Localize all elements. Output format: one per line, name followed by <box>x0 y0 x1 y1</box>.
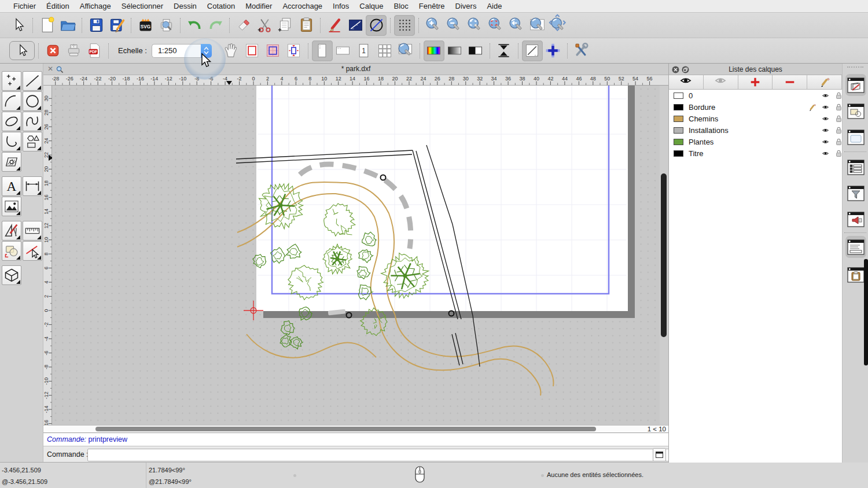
layer-visibility-eye-icon[interactable] <box>821 150 830 160</box>
tool-line[interactable] <box>23 71 42 91</box>
zoom-out-button[interactable] <box>443 15 464 36</box>
snap-grid-button[interactable] <box>394 15 415 36</box>
undo-button[interactable] <box>184 15 205 36</box>
menu-calque[interactable]: Calque <box>354 2 388 10</box>
copy-button[interactable] <box>275 15 296 36</box>
vertical-scrollbar[interactable] <box>660 86 668 425</box>
zoom-window-button[interactable] <box>527 15 547 36</box>
zoom-pan-button[interactable] <box>547 15 568 36</box>
zoom-selection-button[interactable] <box>485 15 506 36</box>
delete-eraser-button[interactable] <box>233 15 254 36</box>
color-bw-button[interactable] <box>465 40 486 61</box>
svg-export-button[interactable]: SVG <box>135 15 156 36</box>
menu-affichage[interactable]: Affichage <box>75 2 116 10</box>
scale-input[interactable] <box>152 44 201 58</box>
menu-edition[interactable]: Édition <box>41 2 75 10</box>
tool-polyline[interactable] <box>2 132 21 151</box>
selection-pointer-button[interactable] <box>8 15 29 36</box>
layer-row-plantes[interactable]: Plantes <box>669 136 842 147</box>
tool-image[interactable] <box>2 197 21 216</box>
tool-shapes[interactable] <box>23 132 42 151</box>
redo-button[interactable] <box>205 15 226 36</box>
tool-hatch[interactable] <box>2 152 21 172</box>
menu-aide[interactable]: Aide <box>481 2 507 10</box>
menu-fenetre[interactable]: Fenêtre <box>414 2 450 10</box>
new-file-button[interactable] <box>36 15 57 36</box>
hide-all-layers-button[interactable] <box>704 75 738 89</box>
close-preview-button[interactable] <box>42 40 63 61</box>
zoom-in-button[interactable] <box>422 15 443 36</box>
cut-button[interactable] <box>254 15 275 36</box>
page-landscape-button[interactable] <box>333 40 354 61</box>
command-line-panel-button[interactable] <box>845 236 866 258</box>
page-portrait-button[interactable] <box>312 40 333 61</box>
command-output-panel-button[interactable] <box>845 208 866 230</box>
layer-row-installations[interactable]: Installations <box>669 124 842 136</box>
crosshair-blue-button[interactable] <box>543 40 564 61</box>
pointer-boxed-button[interactable] <box>9 41 35 60</box>
menu-divers[interactable]: Divers <box>450 2 482 10</box>
menu-cotation[interactable]: Cotation <box>202 2 240 10</box>
save-button[interactable] <box>86 15 106 36</box>
save-as-button[interactable] <box>106 15 127 36</box>
layer-row-0[interactable]: 0 <box>669 90 842 101</box>
pan-hand-button[interactable] <box>221 40 242 61</box>
menu-bloc[interactable]: Bloc <box>388 2 413 10</box>
tool-solid[interactable] <box>2 265 21 285</box>
block-list-panel-button[interactable] <box>845 100 866 122</box>
snap-free-button[interactable] <box>366 15 387 36</box>
menu-selectionner[interactable]: Sélectionner <box>116 2 168 10</box>
tool-block[interactable] <box>2 241 21 261</box>
panel-strip-scrollbar-thumb[interactable] <box>864 259 868 365</box>
library-browser-panel-button[interactable] <box>845 126 866 148</box>
paper-margins-button[interactable] <box>263 40 284 61</box>
tool-select[interactable] <box>23 241 42 261</box>
horizontal-scrollbar[interactable]: 1 < 10 <box>43 425 668 432</box>
app-preferences-button[interactable] <box>571 40 592 61</box>
tool-circle[interactable] <box>23 91 42 111</box>
tool-dimension[interactable] <box>23 176 42 196</box>
paper-borders-button[interactable] <box>242 40 263 61</box>
menu-accrochage[interactable]: Accrochage <box>277 2 328 10</box>
color-full-button[interactable] <box>424 40 444 61</box>
command-popout-button[interactable] <box>653 448 666 461</box>
remove-layer-button[interactable] <box>773 75 807 89</box>
layer-list-panel-button[interactable] <box>845 74 866 96</box>
tool-text[interactable]: A <box>2 176 21 196</box>
scale-stepper[interactable] <box>201 44 212 58</box>
tool-arc[interactable] <box>2 91 21 111</box>
menu-dessin[interactable]: Dessin <box>168 2 202 10</box>
line-settings-button[interactable] <box>345 15 366 36</box>
page-single-button[interactable]: 1 <box>354 40 374 61</box>
selection-filter-panel-button[interactable] <box>845 182 866 204</box>
color-grey-button[interactable] <box>444 40 465 61</box>
tool-spline[interactable] <box>23 112 42 131</box>
page-multi-button[interactable] <box>374 40 395 61</box>
menu-fichier[interactable]: Fichier <box>8 2 41 10</box>
property-editor-panel-button[interactable] <box>845 156 866 178</box>
vertical-scrollbar-thumb[interactable] <box>661 173 667 337</box>
zoom-page-button[interactable] <box>395 40 416 61</box>
zoom-auto-button[interactable] <box>464 15 485 36</box>
printer-button[interactable] <box>63 40 84 61</box>
add-layer-button[interactable] <box>738 75 773 89</box>
horizontal-scrollbar-thumb[interactable] <box>95 427 596 431</box>
v-spacing-button[interactable] <box>494 40 514 61</box>
command-input[interactable] <box>87 449 695 461</box>
tool-points[interactable] <box>2 71 21 91</box>
show-all-layers-button[interactable] <box>669 75 704 89</box>
layer-row-titre[interactable]: Titre <box>669 147 842 159</box>
clipboard-panel-button[interactable] <box>845 264 866 286</box>
edit-pencil-button[interactable] <box>324 15 345 36</box>
tool-measure[interactable] <box>23 221 42 241</box>
menu-modifier[interactable]: Modifier <box>240 2 277 10</box>
menu-infos[interactable]: Infos <box>328 2 354 10</box>
layer-row-chemins[interactable]: Chemins <box>669 113 842 124</box>
draft-mode-button[interactable] <box>522 40 543 61</box>
tool-misc-cad[interactable] <box>2 221 21 241</box>
paste-button[interactable] <box>296 15 317 36</box>
layer-row-bordure[interactable]: Bordure <box>669 101 842 113</box>
center-page-button[interactable] <box>284 40 304 61</box>
zoom-previous-button[interactable] <box>506 15 527 36</box>
print-preview-button[interactable] <box>156 15 176 36</box>
